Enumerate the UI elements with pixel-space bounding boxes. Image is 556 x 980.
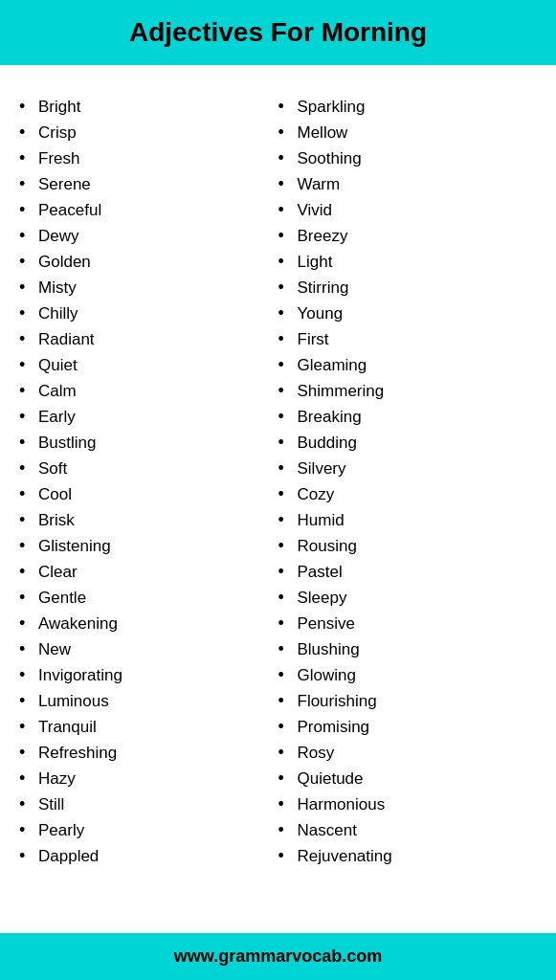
list-item: •Sparkling (278, 94, 538, 120)
word-label: Soothing (298, 149, 362, 168)
list-item: •Light (278, 249, 538, 275)
bullet-icon: • (19, 768, 38, 789)
bullet-icon: • (19, 691, 38, 711)
word-label: Cool (38, 485, 72, 504)
word-label: First (298, 330, 329, 349)
bullet-icon: • (278, 588, 298, 608)
list-item: •Quietude (278, 766, 538, 791)
word-label: Promising (298, 718, 370, 737)
bullet-icon: • (278, 122, 298, 143)
bullet-icon: • (278, 536, 298, 556)
list-item: •Soothing (278, 145, 538, 171)
bullet-icon: • (278, 278, 298, 298)
list-item: •Cool (19, 481, 278, 507)
bullet-icon: • (278, 433, 298, 453)
bullet-icon: • (19, 639, 38, 659)
bullet-icon: • (278, 562, 298, 582)
word-label: Calm (38, 382, 77, 401)
bullet-icon: • (278, 381, 298, 401)
word-label: Dewy (38, 227, 79, 246)
word-label: Rosy (298, 744, 335, 763)
bullet-icon: • (19, 278, 38, 298)
word-label: Mellow (298, 123, 348, 143)
word-label: Luminous (38, 692, 109, 711)
word-label: Pensive (298, 614, 355, 634)
bullet-icon: • (278, 329, 298, 349)
bullet-icon: • (278, 174, 298, 194)
list-item: •Glistening (19, 533, 278, 559)
word-label: Hazy (38, 769, 76, 789)
bullet-icon: • (19, 458, 38, 479)
page-footer: www.grammarvocab.com (0, 933, 556, 980)
word-label: Clear (38, 563, 78, 582)
list-item: •Budding (278, 430, 538, 456)
list-item: •Tranquil (19, 714, 278, 740)
word-label: Serene (38, 175, 91, 194)
bullet-icon: • (278, 510, 298, 530)
word-label: Rejuvenating (298, 847, 392, 866)
list-item: •Shimmering (278, 378, 538, 404)
word-label: Harmonious (298, 795, 386, 814)
bullet-icon: • (19, 122, 38, 143)
word-label: Breezy (298, 227, 348, 246)
bullet-icon: • (19, 717, 38, 737)
list-item: •Rosy (278, 740, 538, 766)
bullet-icon: • (19, 174, 38, 194)
list-item: •Rousing (278, 533, 538, 559)
bullet-icon: • (278, 97, 298, 117)
bullet-icon: • (278, 484, 298, 504)
bullet-icon: • (278, 613, 298, 634)
list-item: •Radiant (19, 326, 278, 352)
word-label: Gentle (38, 589, 86, 608)
bullet-icon: • (19, 794, 38, 814)
word-label: Pearly (38, 821, 84, 840)
word-label: Peaceful (38, 201, 101, 220)
word-label: Awakening (38, 614, 118, 634)
list-item: •Pearly (19, 817, 278, 843)
bullet-icon: • (278, 794, 298, 814)
word-label: Bright (38, 98, 80, 117)
bullet-icon: • (278, 743, 298, 763)
page-title: Adjectives For Morning (19, 17, 537, 48)
word-label: Refreshing (38, 744, 117, 763)
list-item: •Misty (19, 275, 278, 301)
word-label: Soft (38, 459, 67, 479)
bullet-icon: • (19, 355, 38, 375)
word-label: Light (298, 253, 333, 272)
bullet-icon: • (19, 743, 38, 763)
list-item: •Clear (19, 559, 278, 585)
list-item: •Flourishing (278, 688, 538, 714)
bullet-icon: • (278, 407, 298, 427)
list-item: •Calm (19, 378, 278, 404)
bullet-icon: • (19, 252, 38, 272)
bullet-icon: • (278, 820, 298, 840)
page-header: Adjectives For Morning (0, 0, 556, 65)
bullet-icon: • (19, 588, 38, 608)
footer-url: www.grammarvocab.com (174, 947, 382, 966)
bullet-icon: • (19, 510, 38, 530)
word-label: Fresh (38, 149, 79, 168)
bullet-icon: • (19, 536, 38, 556)
bullet-icon: • (278, 200, 298, 220)
bullet-icon: • (19, 407, 38, 427)
bullet-icon: • (278, 226, 298, 246)
list-item: •Gentle (19, 585, 278, 611)
word-label: Pastel (298, 563, 343, 582)
bullet-icon: • (19, 846, 38, 866)
bullet-icon: • (19, 148, 38, 168)
list-item: •Humid (278, 507, 538, 533)
word-label: Young (298, 304, 344, 323)
list-item: •Pensive (278, 611, 538, 636)
list-item: •Invigorating (19, 662, 278, 688)
bullet-icon: • (278, 665, 298, 685)
word-label: Crisp (38, 123, 77, 143)
list-item: •Crisp (19, 120, 278, 145)
word-label: Silvery (298, 459, 346, 479)
list-item: •Peaceful (19, 197, 278, 223)
bullet-icon: • (19, 329, 38, 349)
bullet-icon: • (278, 846, 298, 866)
list-item: •First (278, 326, 538, 352)
word-label: Dappled (38, 847, 99, 866)
bullet-icon: • (19, 665, 38, 685)
bullet-icon: • (278, 639, 298, 659)
